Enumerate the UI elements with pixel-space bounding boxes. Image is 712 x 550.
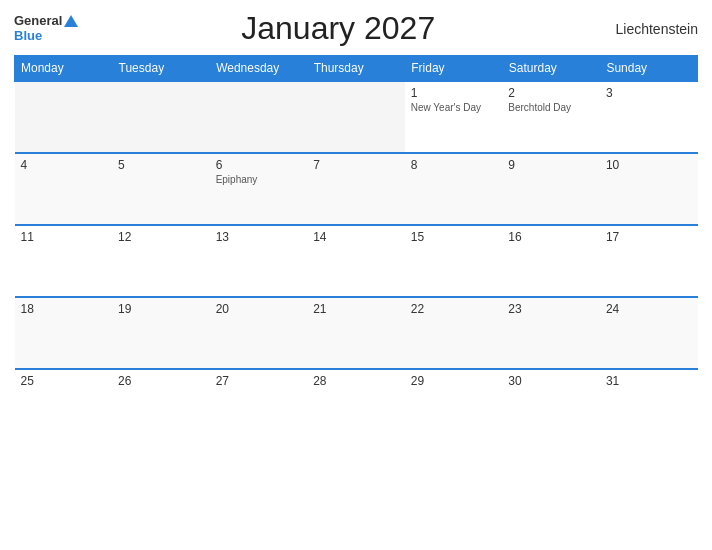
day-number: 12 xyxy=(118,230,204,244)
weekday-header-thursday: Thursday xyxy=(307,56,405,82)
weekday-header-tuesday: Tuesday xyxy=(112,56,210,82)
day-number: 2 xyxy=(508,86,594,100)
calendar-cell: 8 xyxy=(405,153,503,225)
day-number: 22 xyxy=(411,302,497,316)
day-number: 17 xyxy=(606,230,692,244)
weekday-header-saturday: Saturday xyxy=(502,56,600,82)
logo-blue-text: Blue xyxy=(14,28,42,43)
day-number: 20 xyxy=(216,302,302,316)
day-number: 25 xyxy=(21,374,107,388)
calendar-wrapper: General Blue January 2027 Liechtenstein … xyxy=(0,0,712,550)
weekday-header-sunday: Sunday xyxy=(600,56,698,82)
day-number: 16 xyxy=(508,230,594,244)
day-number: 23 xyxy=(508,302,594,316)
calendar-cell xyxy=(210,81,308,153)
weekday-header-row: MondayTuesdayWednesdayThursdayFridaySatu… xyxy=(15,56,698,82)
day-number: 29 xyxy=(411,374,497,388)
weekday-header-friday: Friday xyxy=(405,56,503,82)
day-number: 24 xyxy=(606,302,692,316)
calendar-week-row: 11121314151617 xyxy=(15,225,698,297)
day-number: 10 xyxy=(606,158,692,172)
day-number: 26 xyxy=(118,374,204,388)
day-number: 15 xyxy=(411,230,497,244)
day-number: 4 xyxy=(21,158,107,172)
day-number: 13 xyxy=(216,230,302,244)
calendar-week-row: 25262728293031 xyxy=(15,369,698,441)
calendar-cell: 18 xyxy=(15,297,113,369)
day-number: 5 xyxy=(118,158,204,172)
calendar-cell: 11 xyxy=(15,225,113,297)
calendar-week-row: 18192021222324 xyxy=(15,297,698,369)
calendar-title: January 2027 xyxy=(78,10,598,47)
calendar-cell: 3 xyxy=(600,81,698,153)
calendar-cell: 26 xyxy=(112,369,210,441)
calendar-cell: 1New Year's Day xyxy=(405,81,503,153)
holiday-label: Epiphany xyxy=(216,174,302,185)
calendar-cell: 23 xyxy=(502,297,600,369)
calendar-cell: 30 xyxy=(502,369,600,441)
calendar-cell: 29 xyxy=(405,369,503,441)
day-number: 6 xyxy=(216,158,302,172)
holiday-label: New Year's Day xyxy=(411,102,497,113)
calendar-cell: 14 xyxy=(307,225,405,297)
calendar-cell: 6Epiphany xyxy=(210,153,308,225)
calendar-cell: 28 xyxy=(307,369,405,441)
calendar-cell: 9 xyxy=(502,153,600,225)
calendar-cell: 2Berchtold Day xyxy=(502,81,600,153)
day-number: 1 xyxy=(411,86,497,100)
calendar-cell: 17 xyxy=(600,225,698,297)
calendar-cell: 21 xyxy=(307,297,405,369)
calendar-table: MondayTuesdayWednesdayThursdayFridaySatu… xyxy=(14,55,698,441)
logo-general-text: General xyxy=(14,14,62,27)
day-number: 11 xyxy=(21,230,107,244)
weekday-header-monday: Monday xyxy=(15,56,113,82)
calendar-cell xyxy=(112,81,210,153)
calendar-cell: 31 xyxy=(600,369,698,441)
calendar-cell: 10 xyxy=(600,153,698,225)
calendar-cell: 25 xyxy=(15,369,113,441)
calendar-cell xyxy=(307,81,405,153)
day-number: 30 xyxy=(508,374,594,388)
calendar-week-row: 1New Year's Day2Berchtold Day3 xyxy=(15,81,698,153)
calendar-cell: 24 xyxy=(600,297,698,369)
day-number: 18 xyxy=(21,302,107,316)
day-number: 28 xyxy=(313,374,399,388)
calendar-cell: 27 xyxy=(210,369,308,441)
calendar-cell: 15 xyxy=(405,225,503,297)
day-number: 21 xyxy=(313,302,399,316)
day-number: 7 xyxy=(313,158,399,172)
logo-triangle-icon xyxy=(64,15,78,27)
calendar-cell: 4 xyxy=(15,153,113,225)
holiday-label: Berchtold Day xyxy=(508,102,594,113)
calendar-cell: 13 xyxy=(210,225,308,297)
calendar-cell: 22 xyxy=(405,297,503,369)
calendar-week-row: 456Epiphany78910 xyxy=(15,153,698,225)
calendar-header: General Blue January 2027 Liechtenstein xyxy=(14,10,698,47)
day-number: 9 xyxy=(508,158,594,172)
calendar-cell: 5 xyxy=(112,153,210,225)
day-number: 14 xyxy=(313,230,399,244)
calendar-cell: 16 xyxy=(502,225,600,297)
weekday-header-wednesday: Wednesday xyxy=(210,56,308,82)
country-label: Liechtenstein xyxy=(598,21,698,37)
logo: General Blue xyxy=(14,14,78,43)
calendar-cell: 19 xyxy=(112,297,210,369)
day-number: 19 xyxy=(118,302,204,316)
calendar-cell: 20 xyxy=(210,297,308,369)
calendar-cell: 12 xyxy=(112,225,210,297)
day-number: 27 xyxy=(216,374,302,388)
calendar-cell: 7 xyxy=(307,153,405,225)
day-number: 3 xyxy=(606,86,692,100)
day-number: 8 xyxy=(411,158,497,172)
calendar-cell xyxy=(15,81,113,153)
day-number: 31 xyxy=(606,374,692,388)
